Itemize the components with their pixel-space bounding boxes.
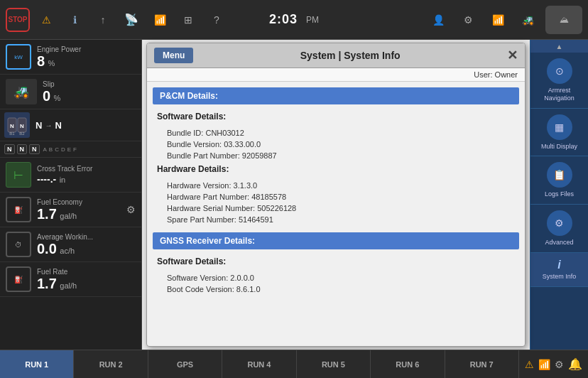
fuel-economy-widget: ⛽ Fuel Economy 1.7 gal/h ⚙	[0, 193, 141, 227]
tab-run4[interactable]: RUN 4	[222, 350, 296, 378]
svg-text:N: N	[20, 123, 24, 129]
system-info-item[interactable]: i System Info	[530, 253, 588, 287]
gear-n1: N	[36, 120, 42, 131]
engine-power-unit: %	[48, 59, 55, 68]
avg-working-value: 0.0	[37, 241, 57, 256]
hw-version-label: Hardware Version:	[167, 181, 232, 190]
gear-widget: N N B1 B2 N → N	[0, 109, 141, 141]
bottom-signal-icon: 📶	[538, 359, 550, 370]
fuel-economy-icon: ⛽	[6, 197, 31, 222]
gnss-section: GNSS Receiver Details: Software Details:…	[153, 232, 519, 295]
gnss-software-header: Software Details:	[153, 254, 519, 269]
slip-widget: 🚜 Slip 0 %	[0, 75, 141, 109]
avg-working-unit: ac/h	[60, 247, 75, 255]
fuel-rate-unit: gal/h	[60, 281, 77, 290]
label-f: F	[73, 146, 77, 153]
fuel-rate-widget: ⛽ Fuel Rate 1.7 gal/h	[0, 262, 141, 297]
tab-run7[interactable]: RUN 7	[445, 350, 519, 378]
top-right-button[interactable]: ⛰	[545, 6, 582, 34]
label-c: C	[55, 146, 59, 153]
advanced-label: Advanced	[545, 239, 573, 247]
hw-serial-label: Hardware Serial Number:	[167, 204, 255, 212]
bundle-version-value: 03.33.00.0	[224, 140, 261, 148]
cross-track-info: Cross Track Error ----.- in	[37, 165, 136, 185]
multi-display-item[interactable]: ▦ Multi Display	[530, 109, 588, 157]
tractor-nav-icon: 🚜	[516, 8, 540, 32]
engine-power-widget: kW Engine Power 8 %	[0, 40, 141, 75]
multi-display-icon: ▦	[547, 114, 572, 140]
hw-part-value: 48185578	[251, 193, 286, 201]
bundle-id-label: Bundle ID:	[167, 129, 203, 137]
right-panel: ▲ ⊙ ArmrestNavigation ▦ Multi Display 📋 …	[530, 40, 588, 350]
gnss-boot-label: Boot Code Version:	[167, 285, 234, 293]
top-bar-center: 2:03 PM	[269, 12, 319, 27]
hw-serial-row: Hardware Serial Number: 505226128	[153, 202, 519, 214]
letter-n2: N	[17, 144, 28, 154]
hw-version-row: Hardware Version: 3.1.3.0	[153, 180, 519, 191]
stop-button[interactable]: STOP	[6, 8, 30, 32]
armrest-nav-item[interactable]: ⊙ ArmrestNavigation	[530, 53, 588, 109]
question-icon: ?	[205, 8, 229, 32]
letter-n3: N	[29, 144, 40, 154]
menu-button[interactable]: Menu	[154, 48, 193, 63]
top-bar-right: 👤 ⚙ 📶 🚜 ⛰	[426, 6, 582, 34]
cross-track-label: Cross Track Error	[37, 165, 136, 173]
user-bar: User: Owner	[147, 68, 525, 82]
spare-part-row: Spare Part Number: 51464591	[153, 214, 519, 225]
armrest-nav-icon: ⊙	[547, 58, 572, 84]
advanced-item[interactable]: ⚙ Advanced	[530, 205, 588, 253]
gnss-boot-row: Boot Code Version: 8.6.1.0	[153, 284, 519, 295]
fuel-economy-unit: gal/h	[60, 212, 77, 220]
tab-gps[interactable]: GPS	[148, 350, 222, 378]
logs-files-item[interactable]: 📋 Logs Files	[530, 156, 588, 205]
window-body[interactable]: P&CM Details: Software Details: Bundle I…	[147, 82, 525, 346]
user-label: User: Owner	[474, 70, 518, 79]
close-button[interactable]: ✕	[507, 48, 518, 63]
gnss-boot-value: 8.6.1.0	[236, 285, 261, 293]
tab-run2[interactable]: RUN 2	[74, 350, 148, 378]
system-info-label: System Info	[543, 273, 577, 281]
bundle-part-label: Bundle Part Number:	[167, 151, 240, 160]
warning-icon: ⚠	[34, 8, 58, 32]
window-title-bar: Menu System | System Info ✕	[147, 43, 525, 68]
gear-display-icon: N N B1 B2	[4, 112, 30, 138]
svg-text:B1: B1	[9, 131, 15, 135]
tab-run1[interactable]: RUN 1	[0, 350, 74, 378]
bundle-version-label: Bundle Version:	[167, 140, 222, 148]
svg-text:B2: B2	[19, 131, 25, 135]
fuel-rate-value: 1.7	[37, 276, 57, 291]
spare-part-label: Spare Part Number:	[167, 215, 236, 224]
logs-files-label: Logs Files	[545, 190, 574, 198]
svg-text:N: N	[10, 123, 14, 129]
fuel-rate-label: Fuel Rate	[37, 268, 136, 276]
tab-run6[interactable]: RUN 6	[371, 350, 445, 378]
fuel-rate-info: Fuel Rate 1.7 gal/h	[37, 268, 136, 291]
fuel-economy-label: Fuel Economy	[37, 198, 121, 206]
bottom-settings-icon: ⚙	[555, 359, 564, 370]
slip-value: 0	[43, 88, 50, 104]
cross-track-widget: ⊢ Cross Track Error ----.- in	[0, 158, 141, 193]
hw-serial-value: 505226128	[257, 204, 296, 212]
letters-widget: N N N A B C D E F	[0, 141, 141, 158]
advanced-icon: ⚙	[547, 210, 572, 236]
multi-display-label: Multi Display	[541, 143, 577, 151]
gnss-sw-version-value: 2.0.0.0	[230, 274, 254, 282]
slip-unit: %	[54, 94, 61, 102]
fuel-economy-info: Fuel Economy 1.7 gal/h	[37, 198, 121, 222]
pcm-section: P&CM Details: Software Details: Bundle I…	[153, 87, 519, 225]
upload-icon: ↑	[91, 8, 115, 32]
avg-working-icon: ⏱	[6, 232, 31, 257]
gnss-sw-version-row: Software Version: 2.0.0.0	[153, 272, 519, 284]
time-suffix: PM	[306, 15, 319, 25]
fuel-economy-settings[interactable]: ⚙	[126, 204, 136, 215]
engine-power-info: Engine Power 8 %	[37, 45, 136, 69]
label-b: B	[49, 146, 53, 153]
tab-run5[interactable]: RUN 5	[297, 350, 371, 378]
label-e: E	[67, 146, 71, 153]
bundle-part-row: Bundle Part Number: 92059887	[153, 150, 519, 161]
logs-files-icon: 📋	[547, 162, 572, 188]
fuel-economy-value: 1.7	[37, 206, 57, 222]
armrest-nav-label: ArmrestNavigation	[544, 87, 575, 102]
scroll-up-button[interactable]: ▲	[530, 40, 588, 53]
slip-info: Slip 0 %	[43, 80, 136, 104]
